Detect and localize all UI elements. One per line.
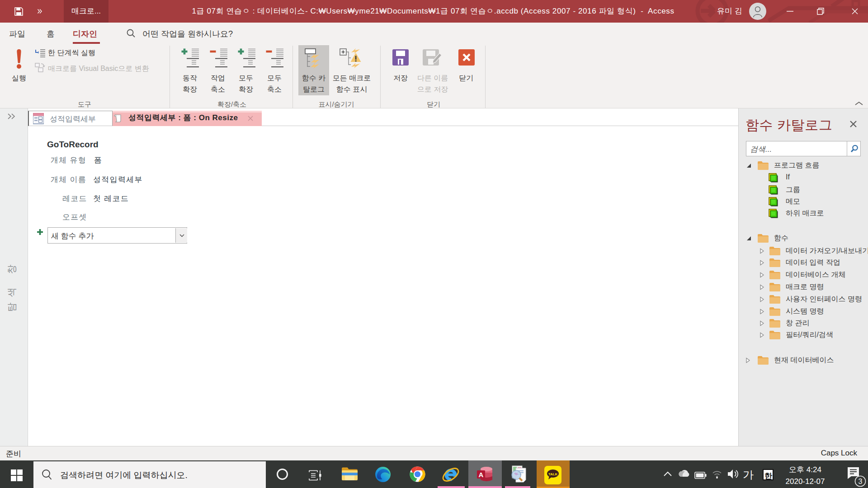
svg-text:TALK: TALK [548,472,558,476]
svg-text:A: A [479,471,484,479]
svg-text:3: 3 [859,478,863,485]
